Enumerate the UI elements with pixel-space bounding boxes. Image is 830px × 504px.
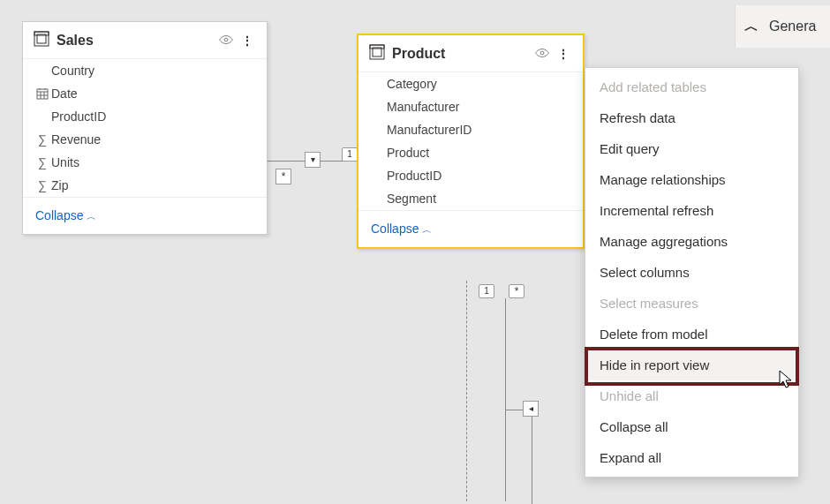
cursor-pointer-icon — [777, 369, 796, 396]
table-icon — [369, 44, 385, 63]
svg-rect-11 — [370, 45, 384, 59]
svg-rect-0 — [34, 32, 49, 46]
field-row[interactable]: ∑Revenue — [23, 128, 267, 151]
chevron-up-icon: ︿ — [744, 18, 758, 36]
sigma-icon: ∑ — [34, 155, 51, 169]
menu-select-measures: Select measures — [585, 288, 798, 319]
field-label: Revenue — [51, 132, 101, 147]
table-card-product[interactable]: Product ⋮ Category Manufacturer Manufact… — [357, 34, 585, 249]
cardinality-many: * — [275, 169, 291, 184]
field-row[interactable]: ProductID — [358, 164, 583, 187]
sigma-icon: ∑ — [34, 178, 51, 192]
relationship-line[interactable] — [532, 410, 532, 504]
field-label: Country — [51, 64, 94, 78]
field-label: ProductID — [387, 169, 441, 183]
calendar-icon — [34, 87, 51, 100]
more-options-icon[interactable]: ⋮ — [554, 47, 574, 61]
field-label: Date — [51, 87, 78, 101]
cardinality-one: 1 — [479, 284, 494, 298]
field-label: Category — [387, 77, 437, 91]
field-row[interactable]: Segment — [358, 187, 583, 210]
table-title: Product — [385, 46, 534, 62]
table-title: Sales — [49, 33, 218, 49]
visibility-icon[interactable] — [534, 47, 554, 61]
svg-point-14 — [540, 51, 544, 55]
menu-add-related-tables: Add related tables — [585, 71, 798, 102]
relationship-line[interactable] — [505, 298, 506, 501]
field-row[interactable]: ∑Zip — [23, 174, 267, 197]
field-label: Zip — [51, 178, 68, 192]
menu-manage-relationships[interactable]: Manage relationships — [585, 164, 798, 195]
svg-rect-4 — [37, 89, 48, 99]
field-row[interactable]: Product — [358, 141, 583, 164]
menu-select-columns[interactable]: Select columns — [585, 257, 798, 288]
collapse-toggle[interactable]: Collapse︿ — [23, 197, 267, 234]
field-label: ProductID — [51, 109, 106, 124]
field-row[interactable]: ManufacturerID — [358, 118, 583, 141]
more-options-icon[interactable]: ⋮ — [238, 34, 258, 48]
properties-panel-header[interactable]: ︿ Genera — [735, 5, 830, 48]
field-row[interactable]: Country — [23, 59, 267, 82]
field-row[interactable]: ProductID — [23, 105, 267, 128]
menu-unhide-all: Unhide all — [585, 380, 798, 411]
menu-hide-in-report-view[interactable]: Hide in report view — [585, 350, 798, 380]
menu-collapse-all[interactable]: Collapse all — [585, 411, 798, 442]
sigma-icon: ∑ — [34, 132, 51, 147]
menu-refresh-data[interactable]: Refresh data — [585, 102, 798, 133]
svg-point-3 — [224, 38, 228, 41]
menu-incremental-refresh[interactable]: Incremental refresh — [585, 195, 798, 226]
field-label: ManufacturerID — [387, 123, 472, 137]
menu-delete-from-model[interactable]: Delete from model — [585, 319, 798, 350]
collapse-label: Collapse — [371, 222, 419, 236]
table-header[interactable]: Product ⋮ — [358, 35, 583, 72]
filter-direction-icon: ▾ — [305, 152, 321, 168]
section-title: Genera — [769, 19, 816, 34]
table-context-menu: Add related tables Refresh data Edit que… — [585, 67, 799, 478]
menu-expand-all[interactable]: Expand all — [585, 442, 798, 473]
menu-edit-query[interactable]: Edit query — [585, 133, 798, 164]
cardinality-one: 1 — [342, 147, 358, 162]
field-label: Manufacturer — [387, 100, 459, 114]
field-row[interactable]: ∑Units — [23, 151, 267, 174]
field-label: Segment — [387, 192, 436, 206]
relationship-line[interactable] — [466, 281, 467, 501]
chevron-up-icon: ︿ — [419, 224, 432, 235]
collapse-toggle[interactable]: Collapse︿ — [358, 210, 583, 247]
chevron-up-icon: ︿ — [83, 211, 96, 222]
collapse-label: Collapse — [35, 208, 83, 222]
visibility-icon[interactable] — [218, 34, 238, 48]
table-card-sales[interactable]: Sales ⋮ Country Date ProductID ∑Revenue … — [22, 21, 268, 235]
filter-direction-icon: ◂ — [523, 401, 539, 417]
field-row[interactable]: Manufacturer — [358, 95, 583, 118]
table-header[interactable]: Sales ⋮ — [23, 22, 267, 59]
field-row[interactable]: Date — [23, 82, 267, 105]
menu-manage-aggregations[interactable]: Manage aggregations — [585, 226, 798, 257]
field-label: Units — [51, 155, 79, 169]
field-label: Product — [387, 146, 429, 160]
table-icon — [34, 31, 49, 49]
cardinality-many: * — [509, 284, 524, 298]
field-row[interactable]: Category — [358, 72, 583, 95]
